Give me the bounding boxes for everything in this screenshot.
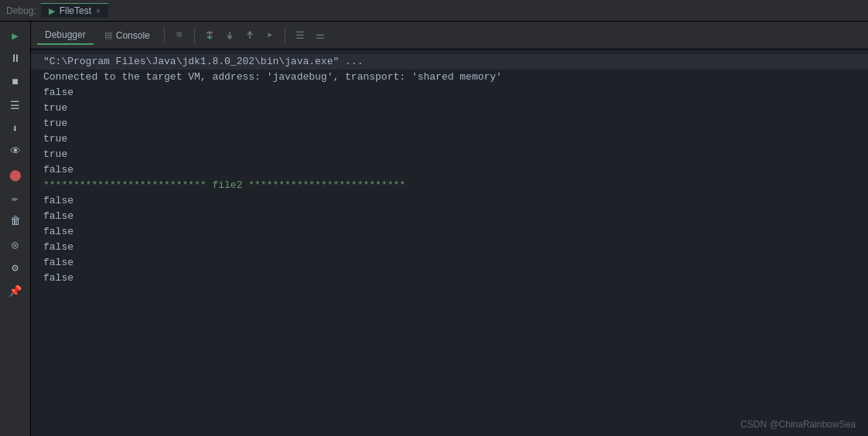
- console-line: false: [31, 85, 868, 100]
- console-tab-label: Console: [116, 30, 150, 41]
- console-line: true: [31, 147, 868, 162]
- settings-icon[interactable]: ⚙: [5, 257, 26, 278]
- console-line: Connected to the target VM, address: 'ja…: [31, 70, 868, 85]
- menu-button[interactable]: ≡: [171, 27, 188, 44]
- pause-icon[interactable]: ⏸: [5, 48, 26, 70]
- step-out-icon: [244, 30, 255, 41]
- pin-icon[interactable]: 📌: [5, 280, 26, 301]
- console-line: "C:\Program Files\Java\jdk1.8.0_202\bin\…: [31, 54, 868, 70]
- console-line: false: [31, 209, 868, 224]
- toolbar-separator-1: [164, 28, 165, 43]
- sidebar: ▶ ⏸ ■ ☰ ⬇ 👁 ⬤ ✏ 🗑 ◎ ⚙ 📌: [0, 22, 31, 436]
- camera-icon[interactable]: ◎: [5, 233, 26, 255]
- toolbar-separator-2: [194, 28, 195, 43]
- toolbar-separator-3: [285, 28, 285, 43]
- resume-icon[interactable]: ▶: [5, 25, 26, 46]
- tab-close-button[interactable]: ×: [96, 7, 101, 15]
- debugger-tab-label: Debugger: [45, 29, 86, 40]
- step-out-button[interactable]: [241, 27, 258, 44]
- watermark: CSDN @ChinaRainbowSea: [740, 419, 856, 430]
- main-layout: ▶ ⏸ ■ ☰ ⬇ 👁 ⬤ ✏ 🗑 ◎ ⚙ 📌 Debugger ▤ Conso…: [0, 22, 868, 436]
- trash-icon[interactable]: 🗑: [5, 210, 26, 232]
- console-line: false: [31, 162, 868, 178]
- console-output[interactable]: "C:\Program Files\Java\jdk1.8.0_202\bin\…: [31, 49, 868, 436]
- content-area: Debugger ▤ Console ≡: [31, 22, 868, 436]
- console-icon: ▤: [104, 30, 112, 40]
- threads-button[interactable]: ⚌: [312, 27, 329, 44]
- tab-debugger[interactable]: Debugger: [37, 26, 94, 45]
- title-bar: Debug: ▶ FileTest ×: [0, 0, 868, 22]
- tab-console[interactable]: ▤ Console: [97, 27, 158, 44]
- step-over-icon: [204, 30, 215, 41]
- console-line: true: [31, 131, 868, 147]
- stop-icon[interactable]: ■: [5, 71, 26, 93]
- console-line: true: [31, 100, 868, 116]
- frames-button[interactable]: ☰: [292, 27, 309, 44]
- frames-view-icon[interactable]: ☰: [5, 94, 26, 116]
- tab-name: FileTest: [60, 5, 91, 16]
- console-line: false: [31, 255, 868, 271]
- console-line: true: [31, 116, 868, 131]
- edit-icon[interactable]: ✏: [5, 187, 26, 209]
- console-line: false: [31, 240, 868, 255]
- step-into-button[interactable]: [221, 27, 238, 44]
- console-line-separator: *************************** file2 ******…: [31, 178, 868, 193]
- tab-icon: ▶: [49, 6, 55, 16]
- debug-label: Debug:: [6, 5, 36, 16]
- run-to-cursor-button[interactable]: ➤: [261, 27, 279, 44]
- file-test-tab[interactable]: ▶ FileTest ×: [41, 3, 108, 18]
- watches-icon[interactable]: 👁: [5, 141, 26, 162]
- breakpoints-icon[interactable]: ⬤: [5, 164, 26, 186]
- console-line: false: [31, 271, 868, 286]
- console-line: false: [31, 224, 868, 240]
- console-line: false: [31, 193, 868, 209]
- step-down-icon[interactable]: ⬇: [5, 118, 26, 139]
- step-into-icon: [224, 30, 235, 41]
- step-over-button[interactable]: [201, 27, 218, 44]
- toolbar: Debugger ▤ Console ≡: [31, 22, 868, 49]
